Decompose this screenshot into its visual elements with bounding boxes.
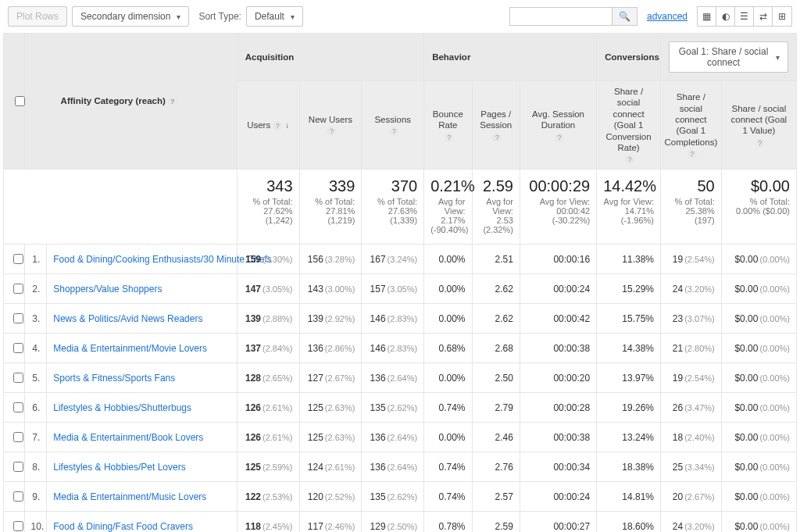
view-table-icon[interactable]: ▦ [698,7,716,26]
users-cell: 128(2.65%) [237,363,299,393]
category-link[interactable]: Shoppers/Value Shoppers [53,284,162,295]
duration-cell: 00:00:38 [520,423,596,452]
cv-value-cell: $0.00(0.00%) [721,334,796,363]
users-cell: 137(2.84%) [237,334,299,363]
users-cell: 118(2.45%) [237,512,299,532]
category-link[interactable]: Media & Entertainment/Book Lovers [53,432,203,443]
category-cell: Media & Entertainment/Movie Lovers [47,334,238,363]
sessions-cell: 129(2.50%) [362,512,424,532]
secondary-dimension-dropdown[interactable]: Secondary dimension [72,6,189,27]
row-index: 1. [24,245,47,274]
row-checkbox[interactable] [13,491,23,502]
sort-type-dropdown[interactable]: Default [246,6,303,27]
new-users-cell: 124(2.61%) [299,452,362,482]
row-checkbox[interactable] [13,402,23,412]
sessions-cell: 136(2.64%) [362,363,424,393]
category-link[interactable]: Media & Entertainment/Movie Lovers [53,343,207,354]
goal-selector-dropdown[interactable]: Goal 1: Share / social connect [669,41,788,73]
col-bounce[interactable]: Bounce Rate? [424,81,472,170]
row-checkbox[interactable] [13,432,23,442]
row-checkbox[interactable] [13,254,23,264]
cv-rate-cell: 14.38% [597,334,661,363]
category-link[interactable]: Food & Dining/Fast Food Cravers [53,521,193,532]
category-link[interactable]: News & Politics/Avid News Readers [53,313,202,324]
category-cell: Sports & Fitness/Sports Fans [47,363,238,393]
row-checkbox[interactable] [13,462,23,472]
duration-cell: 00:00:42 [520,304,596,334]
cv-completions-cell: 24(3.20%) [660,512,721,532]
sessions-cell: 167(3.24%) [362,245,424,274]
row-checkbox[interactable] [13,343,23,353]
duration-cell: 00:00:24 [520,274,596,304]
row-index: 3. [24,304,47,334]
duration-cell: 00:00:27 [520,512,596,532]
view-comparison-icon[interactable]: ⇄ [754,7,773,26]
cv-completions-cell: 23(3.07%) [660,304,721,334]
row-checkbox[interactable] [13,521,23,531]
new-users-cell: 136(2.86%) [299,334,362,363]
col-cv-completions[interactable]: Share / social connect (Goal 1 Completio… [660,81,721,170]
row-index: 10. [24,512,47,532]
category-link[interactable]: Lifestyles & Hobbies/Shutterbugs [53,402,191,413]
duration-cell: 00:00:38 [520,334,596,363]
new-users-cell: 117(2.46%) [299,512,362,532]
select-all-checkbox[interactable] [15,96,25,106]
new-users-cell: 127(2.67%) [299,363,362,393]
plot-rows-button[interactable]: Plot Rows [8,6,67,27]
col-pps[interactable]: Pages / Session? [472,81,520,170]
new-users-cell: 125(2.63%) [299,423,362,452]
search-icon[interactable]: 🔍 [612,8,637,25]
category-link[interactable]: Media & Entertainment/Music Lovers [53,491,206,502]
cv-rate-cell: 15.75% [597,304,661,334]
summary-sessions: 370% of Total:27.63%(1,339) [362,170,424,245]
advanced-link[interactable]: advanced [647,11,688,22]
bounce-cell: 0.78% [424,512,472,532]
dimension-header[interactable]: Affinity Category (reach)? [24,34,237,170]
summary-bounce: 0.21%Avg for View:2.17%(-90.40%) [424,170,472,245]
category-link[interactable]: Food & Dining/Cooking Enthusiasts/30 Min… [53,254,272,265]
users-cell: 125(2.59%) [237,452,299,482]
category-link[interactable]: Lifestyles & Hobbies/Pet Lovers [53,462,185,473]
summary-users: 343% of Total:27.62%(1,242) [237,170,299,245]
row-index: 2. [24,274,47,304]
cv-value-cell: $0.00(0.00%) [721,482,796,512]
sessions-cell: 136(2.64%) [362,452,424,482]
category-cell: Lifestyles & Hobbies/Pet Lovers [47,452,238,482]
data-table: Affinity Category (reach)? Acquisition B… [3,33,797,532]
table-toolbar: Plot Rows Secondary dimension Sort Type:… [3,3,797,30]
col-users[interactable]: Users?↓ [237,81,299,170]
category-cell: Shoppers/Value Shoppers [47,274,238,304]
col-cv-rate[interactable]: Share / social connect (Goal 1 Conversio… [597,81,661,170]
help-icon[interactable]: ? [168,97,177,106]
sessions-cell: 157(3.05%) [362,274,424,304]
col-sessions[interactable]: Sessions? [362,81,424,170]
category-cell: Lifestyles & Hobbies/Shutterbugs [47,393,238,423]
summary-pps: 2.59Avg for View:2.53(2.32%) [472,170,520,245]
duration-cell: 00:00:24 [520,482,596,512]
cv-rate-cell: 13.97% [597,363,661,393]
view-pie-icon[interactable]: ◐ [716,7,735,26]
sort-desc-icon: ↓ [285,121,289,130]
col-cv-value[interactable]: Share / social connect (Goal 1 Value)? [721,81,796,170]
cv-rate-cell: 15.29% [597,274,661,304]
category-link[interactable]: Sports & Fitness/Sports Fans [53,373,175,384]
view-pivot-icon[interactable]: ⊞ [773,7,791,26]
col-avg-dur[interactable]: Avg. Session Duration? [520,81,596,170]
pps-cell: 2.57 [472,482,520,512]
view-bars-icon[interactable]: ☰ [735,7,754,26]
row-checkbox[interactable] [13,284,23,294]
duration-cell: 00:00:34 [520,452,596,482]
row-checkbox[interactable] [13,373,23,383]
row-checkbox[interactable] [13,313,23,323]
cv-value-cell: $0.00(0.00%) [721,512,796,532]
header-checkbox-cell [4,34,25,170]
duration-cell: 00:00:20 [520,363,596,393]
summary-cv1: 14.42%Avg for View:14.71%(-1.96%) [597,170,661,245]
search-input[interactable] [510,8,612,25]
new-users-cell: 125(2.63%) [299,393,362,423]
duration-cell: 00:00:28 [520,393,596,423]
cv-value-cell: $0.00(0.00%) [721,245,796,274]
summary-cv2: 50% of Total:25.38% (197) [660,170,721,245]
category-cell: Media & Entertainment/Music Lovers [47,482,238,512]
col-new-users[interactable]: New Users? [299,81,362,170]
